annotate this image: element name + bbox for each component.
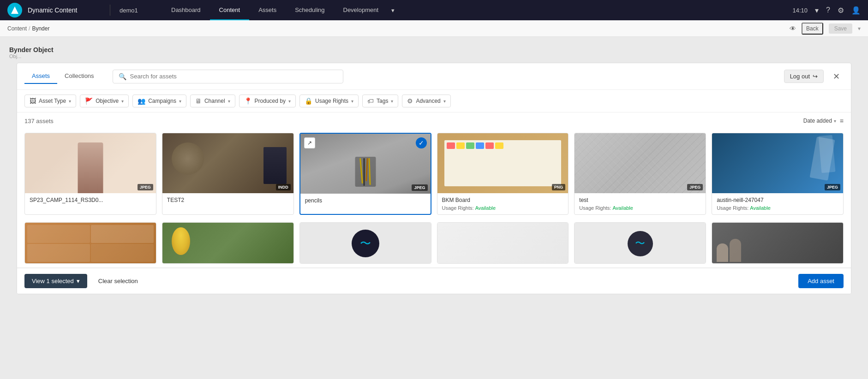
filter-bar: 🖼 Asset Type ▾ 🚩 Objective ▾ 👥 Campaigns… — [17, 90, 851, 113]
asset-rights-bkm: Usage Rights: Available — [442, 205, 564, 211]
tab-dashboard[interactable]: Dashboard — [162, 0, 210, 20]
tab-assets[interactable]: Assets — [249, 0, 286, 20]
search-icon: 🔍 — [119, 73, 126, 80]
logout-icon: ↪ — [813, 73, 818, 80]
search-box[interactable]: 🔍 — [113, 70, 343, 83]
asset-card-audio1[interactable]: 〜 — [299, 222, 431, 264]
asset-name-sp23: SP23_CAMP_1114_RS3D0... — [30, 197, 151, 203]
objective-icon: 🚩 — [85, 97, 93, 105]
workspace-selector[interactable]: demo1 — [112, 7, 158, 14]
save-chevron[interactable]: ▾ — [858, 25, 861, 32]
asset-card-test2[interactable]: INDD TEST2 — [162, 133, 294, 215]
asset-info-pencils: pencils — [300, 194, 431, 209]
tab-assets[interactable]: Assets — [24, 69, 57, 84]
logout-button[interactable]: Log out ↪ — [784, 70, 824, 83]
badge-pencils: JPEG — [412, 184, 427, 191]
asset-name-austin: austin-neill-247047 — [717, 197, 838, 203]
badge-sp23: JPEG — [138, 184, 153, 190]
channel-chevron: ▾ — [228, 99, 230, 104]
asset-card-dark[interactable] — [712, 222, 844, 264]
open-asset-icon[interactable]: ↗ — [304, 137, 315, 148]
back-button[interactable]: Back — [802, 23, 823, 35]
bottom-bar: View 1 selected ▾ Clear selection Add as… — [17, 267, 851, 294]
filter-objective[interactable]: 🚩 Objective ▾ — [80, 95, 129, 107]
view-selected-label: View 1 selected — [32, 278, 74, 284]
filter-usage-rights[interactable]: 🔒 Usage Rights ▾ — [299, 95, 359, 107]
tab-collections[interactable]: Collections — [57, 69, 102, 84]
bynder-modal: Assets Collections 🔍 Log out ↪ ✕ 🖼 Asset… — [17, 63, 851, 294]
tags-label: Tags — [377, 98, 388, 104]
badge-test: JPEG — [687, 184, 703, 190]
breadcrumb-separator: / — [29, 25, 30, 32]
add-asset-button[interactable]: Add asset — [798, 274, 844, 288]
asset-rights-test: Usage Rights: Available — [579, 205, 701, 211]
asset-card-light[interactable] — [437, 222, 569, 264]
filter-tags[interactable]: 🏷 Tags ▾ — [362, 95, 398, 107]
channel-label: Channel — [204, 98, 225, 104]
sort-controls: Date added ▾ ≡ — [803, 117, 844, 124]
logout-label: Log out — [790, 73, 810, 80]
campaigns-icon: 👥 — [138, 97, 145, 105]
asset-card-test[interactable]: JPEG test Usage Rights: Available — [574, 133, 706, 215]
asset-card-bkm[interactable]: PNG BKM Board Usage Rights: Available — [437, 133, 569, 215]
asset-card-gallery[interactable] — [24, 222, 156, 264]
asset-info-austin: austin-neill-247047 Usage Rights: Availa… — [712, 193, 843, 214]
top-nav: Dynamic Content demo1 Dashboard Content … — [0, 0, 868, 20]
clock: 14:10 — [793, 7, 808, 14]
asset-info-test2: TEST2 — [162, 193, 293, 209]
audio2-waves-icon: 〜 — [635, 237, 645, 250]
tags-chevron: ▾ — [391, 99, 393, 104]
app-name: Dynamic Content — [28, 6, 97, 14]
dropdown-icon[interactable]: ▾ — [815, 6, 819, 15]
tab-content[interactable]: Content — [210, 0, 250, 20]
nav-more-button[interactable]: ▾ — [388, 7, 398, 14]
asset-grid: JPEG SP23_CAMP_1114_RS3D0... INDD TEST2 — [17, 129, 851, 222]
objective-chevron: ▾ — [121, 99, 124, 104]
breadcrumb-actions: 👁 Back Save ▾ — [790, 23, 861, 35]
filter-channel[interactable]: 🖥 Channel ▾ — [190, 95, 235, 107]
app-logo[interactable] — [7, 3, 22, 18]
sort-chevron: ▾ — [834, 118, 836, 124]
tab-development[interactable]: Development — [334, 0, 388, 20]
filter-advanced[interactable]: ⚙ Advanced ▾ — [402, 95, 450, 107]
filter-asset-type[interactable]: 🖼 Asset Type ▾ — [24, 95, 76, 107]
asset-card-austin[interactable]: JPEG austin-neill-247047 Usage Rights: A… — [712, 133, 844, 215]
asset-card-audio2[interactable]: 〜 — [574, 222, 706, 264]
nav-right: 14:10 ▾ ? ⚙ 👤 — [793, 6, 861, 15]
search-input[interactable] — [130, 73, 337, 80]
preview-icon[interactable]: 👁 — [790, 25, 796, 32]
breadcrumb-bar: Content / Bynder 👁 Back Save ▾ — [0, 20, 868, 37]
sort-button[interactable]: Date added ▾ — [803, 118, 836, 124]
widget-subtitle: Obj... — [9, 53, 859, 59]
grid-header: 137 assets Date added ▾ ≡ — [17, 113, 851, 129]
settings-icon[interactable]: ⚙ — [838, 6, 844, 15]
produced-by-chevron: ▾ — [288, 99, 291, 104]
advanced-label: Advanced — [416, 98, 440, 104]
tags-icon: 🏷 — [367, 97, 374, 105]
usage-rights-icon: 🔒 — [305, 97, 312, 105]
asset-info-bkm: BKM Board Usage Rights: Available — [437, 193, 569, 214]
filter-produced-by[interactable]: 📍 Produced by ▾ — [239, 95, 296, 107]
asset-card-sp23[interactable]: JPEG SP23_CAMP_1114_RS3D0... — [24, 133, 156, 215]
asset-info-test: test Usage Rights: Available — [575, 193, 706, 214]
asset-info-sp23: SP23_CAMP_1114_RS3D0... — [25, 193, 156, 209]
sort-order-icon[interactable]: ≡ — [840, 117, 844, 124]
produced-by-icon: 📍 — [244, 97, 252, 105]
view-selected-button[interactable]: View 1 selected ▾ — [24, 274, 87, 288]
asset-type-icon: 🖼 — [30, 97, 36, 105]
close-modal-button[interactable]: ✕ — [829, 70, 844, 83]
user-icon[interactable]: 👤 — [851, 6, 861, 15]
clear-selection-button[interactable]: Clear selection — [93, 274, 144, 288]
save-button[interactable]: Save — [829, 24, 852, 34]
breadcrumb-content[interactable]: Content — [7, 25, 27, 32]
modal-right-btns: Log out ↪ ✕ — [784, 70, 844, 83]
asset-card-flower[interactable] — [162, 222, 294, 264]
asset-card-pencils[interactable]: ↗ ✓ JPEG pencils — [299, 133, 431, 215]
help-icon[interactable]: ? — [826, 6, 830, 14]
asset-type-chevron: ▾ — [69, 99, 71, 104]
tab-scheduling[interactable]: Scheduling — [286, 0, 334, 20]
asset-name-test: test — [579, 197, 701, 203]
filter-campaigns[interactable]: 👥 Campaigns ▾ — [132, 95, 186, 107]
campaigns-label: Campaigns — [148, 98, 176, 104]
nav-divider — [110, 5, 110, 16]
